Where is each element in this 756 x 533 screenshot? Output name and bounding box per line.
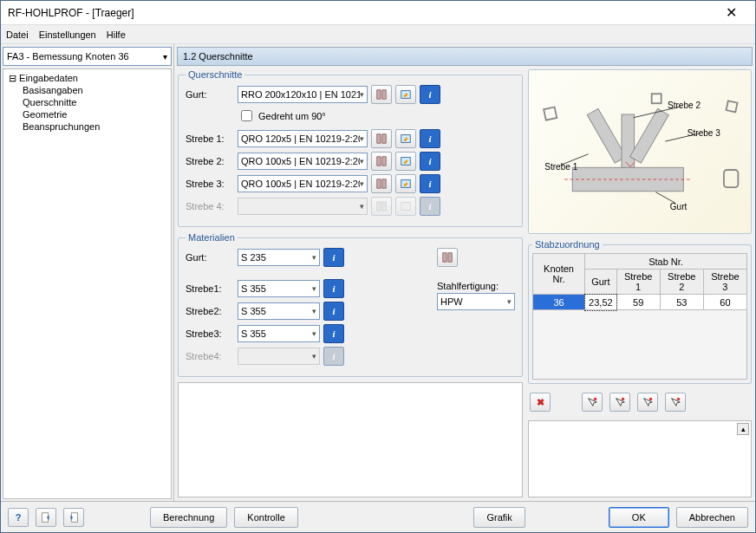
info-button[interactable]: i: [420, 152, 440, 171]
edit-button[interactable]: [395, 129, 416, 148]
library-button[interactable]: [371, 152, 392, 171]
library-button[interactable]: [371, 129, 392, 148]
pick-button[interactable]: [609, 393, 630, 412]
stahlfertigung-combo[interactable]: HPW▾: [437, 293, 515, 310]
svg-rect-12: [727, 101, 738, 112]
tree-root[interactable]: ⊟ Eingabedaten: [5, 73, 169, 84]
chevron-down-icon: ▾: [163, 52, 167, 62]
svg-rect-10: [544, 107, 557, 120]
cell-s3[interactable]: 60: [703, 295, 746, 310]
gurt-combo[interactable]: RRO 200x120x10 | EN 10219▾: [238, 86, 368, 103]
library-button[interactable]: [371, 174, 392, 193]
next-button[interactable]: [63, 508, 84, 527]
mat-s2-value: S 355: [241, 306, 266, 316]
app-window: RF-HOHLPROF - [Traeger] ✕ Datei Einstell…: [0, 0, 756, 533]
mat-s2-combo[interactable]: S 355▾: [238, 302, 320, 320]
strebe1-combo[interactable]: QRO 120x5 | EN 10219-2:2006▾: [238, 130, 368, 147]
abbrechen-button[interactable]: Abbrechen: [676, 507, 748, 528]
scroll-up-icon[interactable]: ▴: [737, 423, 749, 435]
tree-item-geometrie[interactable]: Geometrie: [5, 108, 169, 120]
mat-gurt-value: S 235: [241, 252, 266, 263]
main: FA3 - Bemessung Knoten 36 ▾ ⊟ Eingabedat…: [1, 44, 755, 501]
ok-button[interactable]: OK: [609, 507, 669, 528]
menu-hilfe[interactable]: Hilfe: [107, 29, 126, 40]
strebe1-label: Strebe 1:: [186, 133, 234, 144]
strebe3-combo-value: QRO 100x5 | EN 10219-2:2006: [241, 179, 360, 189]
group-stabzuordnung-legend: Stabzuordnung: [532, 239, 603, 250]
chevron-down-icon: ▾: [360, 157, 364, 166]
library-button[interactable]: [371, 85, 392, 104]
delete-button[interactable]: ✖: [530, 393, 551, 412]
tree-item-querschnitte[interactable]: Querschnitte: [5, 96, 169, 108]
info-button[interactable]: i: [323, 279, 344, 298]
cell-s2[interactable]: 53: [660, 295, 703, 310]
th-knoten: Knoten Nr.: [533, 254, 585, 295]
cell-knoten: 36: [533, 295, 585, 310]
mat-s4-label: Strebe4:: [186, 351, 234, 361]
gurt-combo-value: RRO 200x120x10 | EN 10219: [241, 89, 360, 100]
strebe2-combo[interactable]: QRO 100x5 | EN 10219-2:2006▾: [238, 153, 368, 170]
info-button: i: [420, 197, 440, 216]
svg-point-19: [622, 398, 625, 401]
mat-s1-value: S 355: [241, 283, 266, 294]
pick-button[interactable]: [637, 393, 658, 412]
chevron-down-icon: ▾: [360, 202, 364, 211]
info-button[interactable]: i: [323, 248, 344, 267]
gedreht-checkbox[interactable]: [241, 110, 252, 121]
case-select[interactable]: FA3 - Bemessung Knoten 36 ▾: [3, 47, 172, 66]
svg-rect-8: [622, 114, 635, 167]
info-button[interactable]: i: [323, 302, 344, 321]
strebe2-combo-value: QRO 100x5 | EN 10219-2:2006: [241, 156, 360, 166]
strebe4-label: Strebe 4:: [186, 201, 234, 211]
case-select-value: FA3 - Bemessung Knoten 36: [7, 51, 129, 62]
tree: ⊟ Eingabedaten Basisangaben Querschnitte…: [3, 68, 172, 499]
pick-button[interactable]: [665, 393, 686, 412]
cell-s1[interactable]: 59: [616, 295, 660, 310]
group-stabzuordnung: Stabzuordnung Knoten Nr. Stab Nr. Gurt S…: [528, 239, 752, 384]
cell-gurt[interactable]: 23,52: [585, 295, 617, 310]
edit-button[interactable]: [395, 152, 416, 171]
bottom-bar: ? Berechnung Kontrolle Grafik OK Abbrech…: [1, 501, 755, 532]
svg-point-18: [594, 398, 597, 401]
info-button: i: [323, 347, 344, 366]
close-icon[interactable]: ✕: [714, 4, 748, 21]
library-button[interactable]: [437, 248, 458, 267]
tree-root-label: Eingabedaten: [19, 73, 78, 83]
prev-button[interactable]: [36, 508, 56, 527]
info-button[interactable]: i: [420, 129, 440, 148]
mat-s3-combo[interactable]: S 355▾: [238, 325, 320, 342]
edit-button[interactable]: [395, 85, 416, 104]
gedreht-label: Gedreht um 90°: [258, 111, 326, 121]
tree-item-basisangaben[interactable]: Basisangaben: [5, 84, 169, 96]
mat-s1-combo[interactable]: S 355▾: [238, 280, 320, 297]
tree-item-beanspruchungen[interactable]: Beanspruchungen: [5, 120, 169, 133]
kontrolle-button[interactable]: Kontrolle: [234, 507, 297, 528]
th-s2: Strebe 2: [660, 270, 703, 295]
edit-button[interactable]: [395, 174, 416, 193]
chevron-down-icon: ▾: [312, 307, 316, 315]
message-area: [178, 382, 523, 497]
content-header: 1.2 Querschnitte: [177, 47, 753, 66]
menubar: Datei Einstellungen Hilfe: [1, 25, 755, 44]
info-button[interactable]: i: [323, 324, 344, 343]
stab-table: Knoten Nr. Stab Nr. Gurt Strebe 1 Strebe…: [532, 253, 747, 310]
menu-datei[interactable]: Datei: [6, 29, 29, 40]
mat-gurt-combo[interactable]: S 235▾: [238, 249, 320, 266]
help-button[interactable]: ?: [8, 508, 29, 527]
info-button[interactable]: i: [420, 85, 440, 104]
th-s1: Strebe 1: [616, 270, 660, 295]
table-row[interactable]: 36 23,52 59 53 60: [533, 295, 747, 310]
strebe4-combo: ▾: [238, 198, 368, 215]
strebe3-combo[interactable]: QRO 100x5 | EN 10219-2:2006▾: [238, 175, 368, 192]
group-materialien-legend: Materialien: [186, 232, 238, 243]
menu-einstellungen[interactable]: Einstellungen: [39, 29, 96, 40]
svg-point-20: [649, 398, 653, 401]
sidebar: FA3 - Bemessung Knoten 36 ▾ ⊟ Eingabedat…: [1, 44, 174, 501]
log-area: ▴: [528, 420, 752, 497]
grafik-button[interactable]: Grafik: [473, 507, 525, 528]
info-button[interactable]: i: [420, 174, 440, 193]
berechnung-button[interactable]: Berechnung: [150, 507, 227, 528]
strebe1-combo-value: QRO 120x5 | EN 10219-2:2006: [241, 133, 360, 144]
pick-button[interactable]: [582, 393, 603, 412]
mat-gurt-label: Gurt:: [186, 252, 234, 263]
